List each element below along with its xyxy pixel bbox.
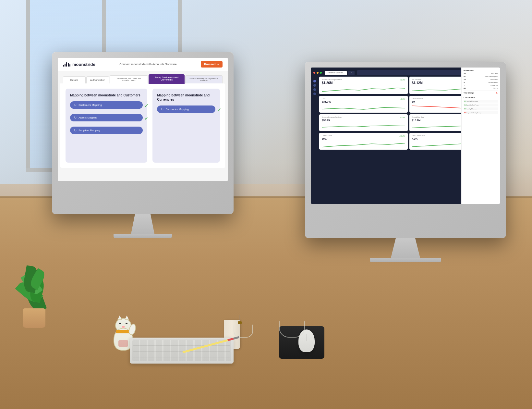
sync-icon-customers: ↻ xyxy=(74,103,77,107)
total-change-divider: Total Change -$... xyxy=(464,91,498,94)
stream-item-3: $29 paid by A Person xyxy=(464,107,498,110)
step-authorization[interactable]: Authorization xyxy=(86,76,109,83)
step-details[interactable]: Details xyxy=(63,76,86,83)
agents-mapping-button[interactable]: ↻ Agents Mapping xyxy=(70,114,143,121)
breakdown-reactivations: 3 Reactivations xyxy=(464,81,498,83)
ltv-chart xyxy=(322,141,405,148)
plant-decoration xyxy=(19,269,49,328)
breakdown-churns: 45 Churns xyxy=(464,87,498,89)
customers-mapping-section: Mapping between moonstride and Customers… xyxy=(66,89,147,163)
sync-icon-suppliers: ↻ xyxy=(74,129,77,132)
logo-bar-4 xyxy=(68,63,69,67)
app-logo-text: moonstride xyxy=(72,62,95,67)
customers-mapping-button[interactable]: ↻ Customers Mapping xyxy=(70,101,143,109)
customers-section-title: Mapping between moonstride and Customers xyxy=(70,93,143,97)
metric-arpu: Average Revenue Per User ↑ 1.0% $58.25 xyxy=(319,114,408,131)
logo-bar-3 xyxy=(66,62,67,67)
dashboard-content: Monthly Recurring Revenue ↑ 3.9% $1.26M xyxy=(313,77,498,198)
right-imac: Revenue Dashbo... × xyxy=(305,62,506,262)
logo-bar-5 xyxy=(69,64,70,67)
nav-icon-2[interactable] xyxy=(313,84,316,87)
right-imac-bezel: Revenue Dashbo... × xyxy=(305,62,506,238)
dashboard-tab-close[interactable]: × xyxy=(348,71,355,75)
metric-fees: Fees ↑ 3.5% $31,240 xyxy=(319,96,408,113)
nav-icon-1[interactable] xyxy=(313,80,316,82)
metric-mrr: Monthly Recurring Revenue ↑ 3.9% $1.26M xyxy=(319,77,408,94)
nav-icon-3[interactable] xyxy=(313,88,316,91)
left-imac: moonstride Connect moonstride with Accou… xyxy=(52,52,234,238)
currencies-mapping-button[interactable]: ↻ Currencies Mapping xyxy=(157,105,215,113)
left-imac-base xyxy=(114,234,172,238)
app-logo: moonstride xyxy=(63,62,95,67)
metric-ltv: Lifetime Value ↑ 16.2% $997 xyxy=(319,133,408,150)
left-imac-screen: moonstride Connect moonstride with Accou… xyxy=(58,58,228,181)
cable-1 xyxy=(234,325,253,338)
wizard-steps: Details Authorization Setup Items, Tax C… xyxy=(58,71,228,83)
breakdown-new-subs: 41 New Subscriptions xyxy=(464,76,498,78)
sync-icon-currencies: ↻ xyxy=(161,107,163,111)
breakdown-contraction: 1 Contraction xyxy=(464,84,498,86)
app-header: moonstride Connect moonstride with Accou… xyxy=(58,58,228,71)
left-nav xyxy=(313,77,317,198)
moonstride-app: moonstride Connect moonstride with Accou… xyxy=(58,58,228,181)
currencies-check-icon: ✓ xyxy=(217,107,221,113)
arpu-chart xyxy=(322,123,405,129)
logo-bar-2 xyxy=(65,64,66,67)
dashboard-tab-active[interactable]: Revenue Dashbo... xyxy=(325,71,347,75)
total-change: Total Change -$... xyxy=(464,92,498,94)
left-imac-bezel: moonstride Connect moonstride with Accou… xyxy=(52,52,234,214)
browser-controls xyxy=(313,72,322,74)
sync-icon-agents: ↻ xyxy=(74,116,77,119)
step-setup-customers[interactable]: Setup Customers and Currencies xyxy=(149,74,185,84)
dashboard-app: Revenue Dashbo... × xyxy=(311,68,500,204)
fees-chart xyxy=(322,104,405,111)
live-stream-title: Live Stream xyxy=(464,96,498,98)
right-imac-stand xyxy=(389,238,422,258)
stream-item-1: $29 $29 paid by A Company paid by A Comp… xyxy=(464,100,498,103)
nav-icon-4[interactable] xyxy=(313,93,316,95)
app-header-title: Connect moonstride with Accounts Softwar… xyxy=(119,63,176,66)
currencies-section-title: Mapping between moonstride and Currencie… xyxy=(157,93,215,102)
step-account-mapping[interactable]: Account Mapping for Payments & Refunds xyxy=(185,75,223,83)
maximize-dot[interactable] xyxy=(320,72,322,74)
step-setup-items[interactable]: Setup Items, Tax Codes and Account Codes xyxy=(110,75,148,83)
breakdown-new-trials: 23 New Trials xyxy=(464,73,498,75)
logo-icon xyxy=(63,62,70,67)
breakdown-panel: Breakdown 23 New Trials 41 New Subscript… xyxy=(461,68,500,204)
mrr-chart xyxy=(322,86,405,92)
agents-check-icon: ✓ xyxy=(144,115,149,121)
right-imac-screen: Revenue Dashbo... × xyxy=(311,68,500,204)
minimize-dot[interactable] xyxy=(317,72,319,74)
stream-item-2: $149 paid by That Person xyxy=(464,104,498,106)
stream-item-4: $29 payment failed by Compa... xyxy=(464,111,498,114)
breakdown-title: Breakdown xyxy=(464,69,498,71)
breakdown-expansions: 23 Expansions xyxy=(464,79,498,81)
cable-2 xyxy=(279,321,305,338)
left-imac-stand xyxy=(130,214,156,234)
right-imac-base xyxy=(370,258,441,262)
plant-leaves xyxy=(21,269,47,312)
left-imac-chin xyxy=(58,181,228,195)
plant-pot xyxy=(23,308,45,328)
customers-check-icon: ✓ xyxy=(144,103,149,109)
suppliers-mapping-button[interactable]: ↻ Suppliers Mapping xyxy=(70,127,143,134)
currencies-mapping-section: Mapping between moonstride and Currencie… xyxy=(152,89,220,163)
logo-bar-1 xyxy=(63,65,64,67)
proceed-button[interactable]: Proceed → xyxy=(201,61,223,68)
close-dot[interactable] xyxy=(313,72,315,74)
right-imac-chin xyxy=(311,204,500,219)
main-content-area: Mapping between moonstride and Customers… xyxy=(60,83,225,168)
